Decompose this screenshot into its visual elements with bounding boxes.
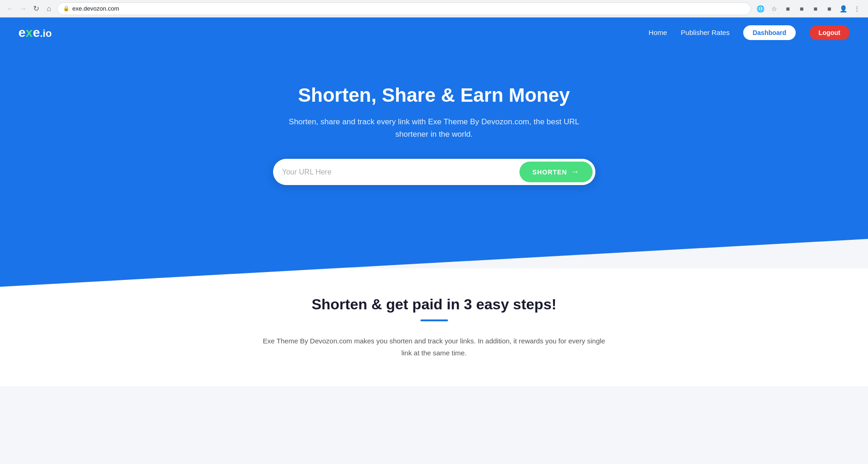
back-button[interactable]: ←: [6, 4, 15, 13]
address-bar[interactable]: 🔒 exe.devozon.com: [57, 2, 751, 15]
nav-home-link[interactable]: Home: [649, 29, 667, 36]
nav-links: Home Publisher Rates Dashboard Logout: [649, 25, 850, 40]
extension-icon-3[interactable]: ■: [810, 3, 821, 14]
shorten-button-label: SHORTEN: [532, 168, 567, 176]
browser-chrome: ← → ↻ ⌂ 🔒 exe.devozon.com 🌐 ☆ ■ ■ ■ ■ 👤 …: [0, 0, 868, 17]
logout-button[interactable]: Logout: [810, 25, 850, 40]
extension-icon-2[interactable]: ■: [796, 3, 807, 14]
lock-icon: 🔒: [63, 6, 70, 12]
extension-icon-1[interactable]: ■: [782, 3, 793, 14]
profile-icon[interactable]: 👤: [838, 3, 849, 14]
hero-section: Shorten, Share & Earn Money Shorten, sha…: [0, 47, 868, 287]
extension-icon-4[interactable]: ■: [824, 3, 835, 14]
menu-icon[interactable]: ⋮: [851, 3, 862, 14]
steps-section: Shorten & get paid in 3 easy steps! Exe …: [0, 268, 868, 386]
forward-button[interactable]: →: [18, 4, 28, 13]
steps-description: Exe Theme By Devozon.com makes you short…: [262, 335, 607, 359]
navbar: exe.io Home Publisher Rates Dashboard Lo…: [0, 17, 868, 47]
hero-title: Shorten, Share & Earn Money: [18, 84, 850, 106]
bookmark-star-icon[interactable]: ☆: [769, 3, 780, 14]
url-text: exe.devozon.com: [72, 5, 119, 12]
logo-x: x: [26, 25, 33, 40]
logo-text: exe.io: [18, 25, 52, 40]
logo-link[interactable]: exe.io: [18, 25, 52, 40]
steps-title: Shorten & get paid in 3 easy steps!: [18, 296, 850, 313]
nav-publisher-rates-link[interactable]: Publisher Rates: [681, 29, 730, 36]
url-input[interactable]: [282, 168, 520, 176]
translate-icon[interactable]: 🌐: [755, 3, 766, 14]
reload-button[interactable]: ↻: [31, 4, 41, 13]
steps-underline: [420, 319, 448, 321]
browser-toolbar-right: 🌐 ☆ ■ ■ ■ ■ 👤 ⋮: [755, 3, 862, 14]
dashboard-button[interactable]: Dashboard: [743, 25, 795, 40]
shorten-button[interactable]: SHORTEN →: [519, 162, 592, 182]
hero-subtitle: Shorten, share and track every link with…: [278, 116, 591, 140]
home-button[interactable]: ⌂: [44, 4, 53, 13]
arrow-icon: →: [571, 167, 580, 177]
url-form: SHORTEN →: [273, 159, 595, 185]
